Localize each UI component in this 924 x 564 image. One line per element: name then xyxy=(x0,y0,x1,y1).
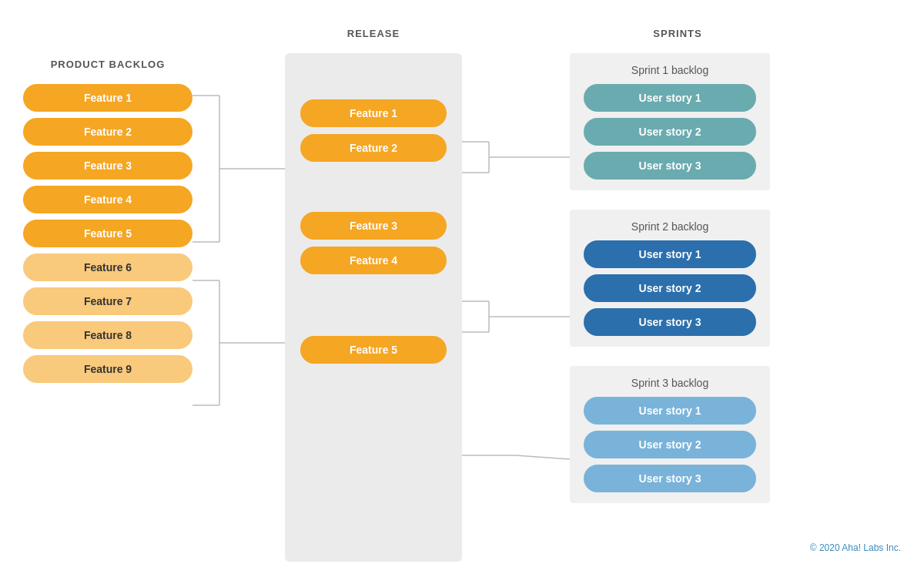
sprint-2-story-3: User story 3 xyxy=(584,308,756,336)
sprint-1-story-3: User story 3 xyxy=(584,152,756,180)
release-group-3: Feature 5 xyxy=(300,336,447,364)
release-feature-4: Feature 4 xyxy=(300,247,447,274)
backlog-items-list: Feature 1 Feature 2 Feature 3 Feature 4 … xyxy=(23,84,192,383)
release-feature-1: Feature 1 xyxy=(300,99,447,127)
diagram-wrapper: PRODUCT BACKLOG Feature 1 Feature 2 Feat… xyxy=(23,28,901,536)
backlog-feature-7: Feature 7 xyxy=(23,287,192,315)
backlog-feature-2: Feature 2 xyxy=(23,118,192,146)
release-panel: Feature 1 Feature 2 Feature 3 Feature 4 … xyxy=(285,53,462,562)
sprint-3-story-1: User story 1 xyxy=(584,397,756,425)
sprint-3-story-3: User story 3 xyxy=(584,465,756,492)
sprint-2-story-2: User story 2 xyxy=(584,274,756,302)
sprints-title: SPRINTS xyxy=(570,28,785,39)
sprint-1-story-2: User story 2 xyxy=(584,118,756,146)
copyright: © 2020 Aha! Labs Inc. xyxy=(810,542,901,553)
sprint-1-story-1: User story 1 xyxy=(584,84,756,112)
sprint-3-title: Sprint 3 backlog xyxy=(584,377,756,389)
svg-line-17 xyxy=(516,455,570,459)
sprint-3-story-2: User story 2 xyxy=(584,431,756,458)
backlog-feature-4: Feature 4 xyxy=(23,186,192,213)
product-backlog-column: PRODUCT BACKLOG Feature 1 Feature 2 Feat… xyxy=(23,59,192,383)
sprint-2-title: Sprint 2 backlog xyxy=(584,220,756,233)
backlog-title: PRODUCT BACKLOG xyxy=(23,59,192,70)
sprints-column: SPRINTS Sprint 1 backlog User story 1 Us… xyxy=(570,28,785,503)
backlog-feature-6: Feature 6 xyxy=(23,253,192,281)
sprint-1-items: User story 1 User story 2 User story 3 xyxy=(584,84,756,180)
backlog-feature-9: Feature 9 xyxy=(23,355,192,383)
sprint-1-block: Sprint 1 backlog User story 1 User story… xyxy=(570,53,770,190)
release-title: RELEASE xyxy=(285,28,462,39)
release-feature-3: Feature 3 xyxy=(300,212,447,240)
release-column: RELEASE Feature 1 Feature 2 Feature 3 Fe… xyxy=(285,28,462,536)
backlog-feature-5: Feature 5 xyxy=(23,220,192,247)
release-feature-2: Feature 2 xyxy=(300,134,447,162)
sprint-3-block: Sprint 3 backlog User story 1 User story… xyxy=(570,366,770,503)
release-group-2: Feature 3 Feature 4 xyxy=(300,212,447,274)
sprint-3-items: User story 1 User story 2 User story 3 xyxy=(584,397,756,492)
sprint-2-story-1: User story 1 xyxy=(584,240,756,268)
release-feature-5: Feature 5 xyxy=(300,336,447,364)
release-group-1: Feature 1 Feature 2 xyxy=(300,99,447,162)
backlog-feature-1: Feature 1 xyxy=(23,84,192,112)
backlog-feature-3: Feature 3 xyxy=(23,152,192,180)
sprint-1-title: Sprint 1 backlog xyxy=(584,64,756,76)
main-container: PRODUCT BACKLOG Feature 1 Feature 2 Feat… xyxy=(0,0,924,564)
sprint-2-items: User story 1 User story 2 User story 3 xyxy=(584,240,756,336)
backlog-feature-8: Feature 8 xyxy=(23,321,192,349)
sprint-2-block: Sprint 2 backlog User story 1 User story… xyxy=(570,210,770,347)
